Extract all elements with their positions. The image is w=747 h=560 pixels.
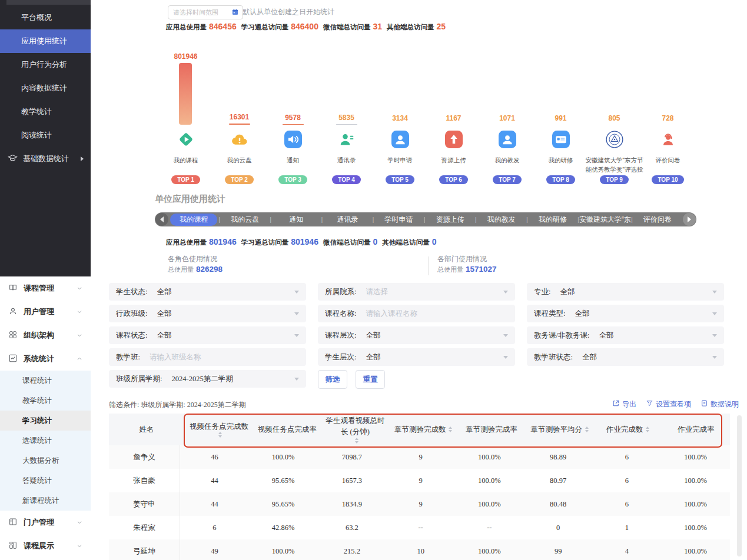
table-row[interactable]: 姜守申4495.65%1834.99100.0%80.486100.0%	[109, 492, 730, 516]
action-导出[interactable]: 导出	[612, 399, 636, 409]
dept-usage-total: 总使用量1571027	[437, 265, 497, 274]
filter-班级所属学期:[interactable]: 班级所属学期: 2024-2025第二学期	[109, 370, 306, 388]
dropdown-arrow-icon	[503, 334, 508, 337]
filter-行政班级:[interactable]: 行政班级: 全部	[109, 305, 306, 322]
filter-教学班:[interactable]: 教学班: 请输入班级名称	[109, 348, 306, 366]
tab-我的研修[interactable]: 我的研修	[528, 215, 577, 225]
table-row[interactable]: 张自豪4495.65%1657.39100.0%80.976100.0%	[109, 469, 730, 492]
tab-我的课程[interactable]: 我的课程	[169, 214, 218, 226]
app-label: 通讯录	[318, 155, 376, 172]
dept-usage-total-value: 1571027	[466, 265, 497, 274]
app-value: 3134	[392, 114, 408, 122]
col-作业完成数[interactable]: 作业完成数	[594, 424, 662, 435]
dropdown-arrow-icon	[503, 291, 508, 294]
chart-line-icon	[8, 354, 18, 365]
filter-课程状态:[interactable]: 课程状态: 全部	[109, 326, 306, 344]
cloud-icon	[230, 129, 249, 149]
tab-安徽建筑大学“东[interactable]: 安徽建筑大学“东	[579, 215, 631, 225]
tab-学时申请[interactable]: 学时申请	[374, 215, 423, 225]
table-row[interactable]: 朱程家642.86%63.2----01100.0%	[109, 516, 730, 539]
submenu-item-课程统计[interactable]: 课程统计	[0, 371, 91, 391]
unit-section-title: 单位应用使用统计	[155, 194, 225, 205]
app-rank-1[interactable]: 801946 我的课程 TOP 1	[159, 52, 213, 184]
tab-资源上传[interactable]: 资源上传	[426, 215, 475, 225]
filter-学生状态:[interactable]: 学生状态: 全部	[109, 283, 306, 301]
sort-icon[interactable]	[646, 426, 649, 432]
app-value: 5835	[338, 114, 354, 122]
learning-stats-table: 姓名视频任务点完成数视频任务点完成率学生观看视频总时长 (分钟)章节测验完成数章…	[109, 414, 730, 560]
app-rank-4[interactable]: 5835 通讯录 TOP 4	[320, 52, 373, 184]
sidebar-item-内容数据统计[interactable]: 内容数据统计	[0, 76, 91, 100]
sidebar-item-教学统计[interactable]: 教学统计	[0, 100, 91, 124]
app-rank-9[interactable]: 805 安徽建筑大学“东方节能优秀教学奖”评选投票 TOP 9	[587, 52, 641, 184]
sidebar-item-系统统计[interactable]: 系统统计	[0, 347, 91, 371]
tab-通讯录[interactable]: 通讯录	[323, 215, 372, 225]
sidebar-item-阅读统计[interactable]: 阅读统计	[0, 124, 91, 147]
app-tabbar: 我的课程|我的云盘|通知|通讯录|学时申请|资源上传|我的教发|我的研修|安徽建…	[155, 212, 696, 226]
sidebar-scroll-remnant	[6, 0, 91, 5]
filter-教务课/非教务课:[interactable]: 教务课/非教务课: 全部	[527, 326, 724, 344]
app-rank-2[interactable]: 16301 我的云盘 TOP 2	[213, 52, 266, 184]
tab-我的云盘[interactable]: 我的云盘	[220, 215, 270, 225]
sidebar-item-用户管理[interactable]: 用户管理	[0, 300, 91, 324]
filter-课程层次:[interactable]: 课程层次: 全部	[318, 326, 515, 344]
submenu-arrow-icon	[81, 156, 84, 161]
tab-通知[interactable]: 通知	[271, 215, 321, 225]
sidebar-item-组织架构[interactable]: 组织架构	[0, 324, 91, 347]
filter-所属院系:[interactable]: 所属院系: 请选择	[318, 283, 515, 301]
sort-icon[interactable]	[355, 438, 358, 444]
col-学生观看视频总时长 (分钟)[interactable]: 学生观看视频总时长 (分钟)	[321, 415, 390, 444]
sidebar-item-用户行为分析[interactable]: 用户行为分析	[0, 53, 91, 76]
submenu-item-大数据分析[interactable]: 大数据分析	[0, 451, 91, 471]
sidebar-item-门户管理[interactable]: 门户管理	[0, 511, 91, 534]
sidebar-item-基础数据统计[interactable]: 基础数据统计	[0, 147, 91, 171]
table-row[interactable]: 詹争义46100.0%7098.79100.0%98.896100.0%	[109, 445, 730, 469]
submenu-item-选课统计[interactable]: 选课统计	[0, 431, 91, 451]
app-rank-7[interactable]: 1071 我的教发 TOP 7	[480, 52, 534, 184]
hand-up-icon	[445, 129, 463, 149]
sidebar-item-课程管理[interactable]: 课程管理	[0, 276, 91, 300]
dropdown-arrow-icon	[712, 291, 717, 294]
date-range-placeholder: 请选择时间范围	[173, 8, 231, 17]
submenu-item-学习统计[interactable]: 学习统计	[0, 411, 91, 431]
sidebar-item-平台概况[interactable]: 平台概况	[0, 6, 91, 29]
app-rank-5[interactable]: 3134 学时申请 TOP 5	[373, 52, 427, 184]
app-rank-6[interactable]: 1167 资源上传 TOP 6	[427, 52, 480, 184]
light-menu-top: 课程管理 用户管理 组织架构 系统统计	[0, 276, 91, 371]
filter-教学班状态:[interactable]: 教学班状态: 全部	[527, 348, 724, 366]
submenu-item-新课程统计[interactable]: 新课程统计	[0, 491, 91, 511]
app-rank-3[interactable]: 9578 通知 TOP 3	[266, 52, 320, 184]
chevron-up-icon	[77, 356, 82, 362]
app-rank-10[interactable]: 728 评价问卷 TOP 10	[641, 52, 695, 184]
tab-scroll-left-button[interactable]	[155, 213, 168, 226]
tab-我的教发[interactable]: 我的教发	[477, 215, 526, 225]
date-range-input[interactable]: 请选择时间范围	[168, 5, 243, 19]
sort-icon[interactable]	[449, 426, 452, 432]
reset-button[interactable]: 重置	[356, 370, 385, 389]
col-章节测验平均分[interactable]: 章节测验平均分	[526, 424, 594, 435]
sort-icon[interactable]	[218, 432, 222, 438]
role-usage-total-label: 总使用量	[168, 266, 194, 273]
action-数据说明[interactable]: 数据说明	[700, 399, 739, 409]
filter-button[interactable]: 筛选	[318, 370, 347, 389]
filter-学生层次:[interactable]: 学生层次: 全部	[318, 348, 515, 366]
filter-课程类型:[interactable]: 课程类型: 全部	[527, 305, 724, 322]
table-row[interactable]: 弓延坤49100.0%215.210100.0%994100.0%	[109, 539, 730, 560]
submenu-item-教学统计[interactable]: 教学统计	[0, 391, 91, 411]
sidebar-item-应用使用统计[interactable]: 应用使用统计	[0, 29, 91, 53]
calendar-icon	[231, 8, 239, 17]
sort-icon[interactable]	[585, 426, 589, 432]
stat-学习通总访问量: 学习通总访问量801946	[241, 237, 318, 247]
tab-scroll-right-button[interactable]	[683, 213, 696, 226]
tab-评价问卷[interactable]: 评价问卷	[633, 215, 682, 225]
col-视频任务点完成数[interactable]: 视频任务点完成数	[185, 421, 253, 438]
sidebar-item-课程展示[interactable]: 课程展示	[0, 534, 91, 558]
table-scrollbar[interactable]	[737, 415, 742, 556]
filter-专业:[interactable]: 专业: 全部	[527, 283, 724, 301]
submenu-item-答疑统计[interactable]: 答疑统计	[0, 471, 91, 491]
filter-课程名称:[interactable]: 课程名称: 请输入课程名称	[318, 305, 515, 322]
dropdown-arrow-icon	[712, 356, 717, 359]
action-设置查看项[interactable]: 设置查看项	[646, 399, 691, 409]
app-rank-8[interactable]: 991 我的研修 TOP 8	[534, 52, 587, 184]
col-章节测验完成数[interactable]: 章节测验完成数	[389, 424, 457, 435]
